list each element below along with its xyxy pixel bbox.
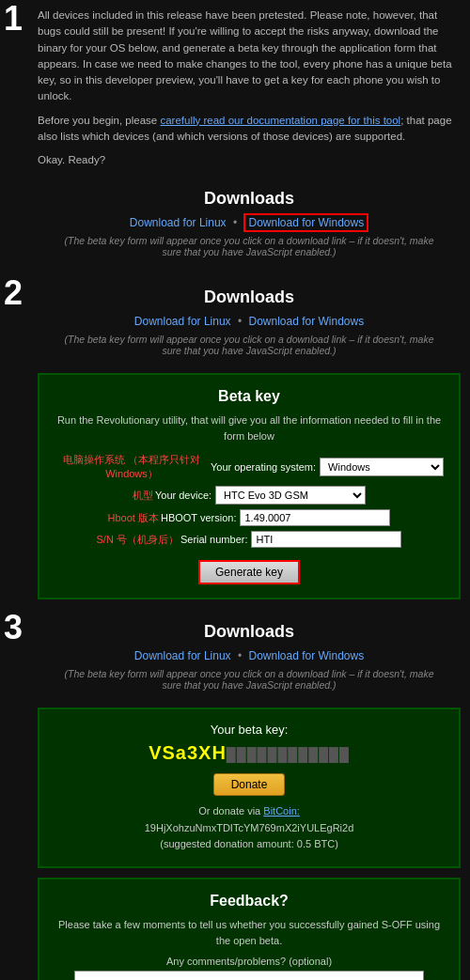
donate-area: Donate bbox=[55, 773, 444, 803]
section1-body: All devices included in this release hav… bbox=[28, 0, 470, 274]
downloads-links-3: Download for Linux • Download for Window… bbox=[56, 649, 442, 662]
beta-key-desc: Run the Revolutionary utility, that will… bbox=[55, 412, 444, 443]
os-select[interactable]: Windows bbox=[320, 458, 444, 476]
bitcoin-link[interactable]: BitCoin: bbox=[263, 805, 300, 817]
device-select[interactable]: HTC Evo 3D GSM bbox=[215, 486, 366, 505]
hboot-row: Hboot 版本 HBOOT version: bbox=[55, 509, 444, 526]
serial-label-cn: S/N 号（机身后） bbox=[97, 533, 179, 547]
download-windows-link-3[interactable]: Download for Windows bbox=[248, 649, 364, 662]
download-linux-link-1[interactable]: Download for Linux bbox=[130, 216, 227, 229]
key-start: VSa3XH bbox=[149, 742, 227, 763]
separator-1: • bbox=[233, 216, 237, 229]
hboot-label: HBOOT version: bbox=[161, 512, 237, 523]
downloads-title-2: Downloads bbox=[56, 288, 442, 307]
feedback-textarea[interactable] bbox=[74, 971, 425, 980]
download-linux-link-2[interactable]: Download for Linux bbox=[134, 315, 231, 328]
section1-number: 1 bbox=[0, 0, 28, 36]
section2-body: Downloads Download for Linux • Download … bbox=[28, 274, 470, 609]
hboot-label-cn: Hboot 版本 bbox=[108, 511, 159, 525]
feedback-title: Feedback? bbox=[55, 893, 444, 910]
downloads-title-1: Downloads bbox=[56, 189, 442, 209]
generate-key-button[interactable]: Generate key bbox=[198, 560, 300, 584]
os-label-cn: 电脑操作系统 （本程序只针对Windows） bbox=[55, 453, 209, 481]
beta-key-value: VSa3XH████████████ bbox=[55, 742, 444, 764]
key-redacted: ████████████ bbox=[227, 747, 350, 762]
intro-paragraph1: All devices included in this release hav… bbox=[38, 8, 461, 105]
separator-3: • bbox=[238, 649, 242, 662]
bitcoin-suggest: (suggested donation amount: 0.5 BTC) bbox=[160, 838, 338, 849]
separator-2: • bbox=[238, 315, 242, 328]
bitcoin-address: 19HjXohzuNmxTDITcYM769mX2iYULEgRi2d bbox=[145, 822, 354, 833]
intro-paragraph2: Before you begin, please carefully read … bbox=[38, 113, 461, 146]
download-linux-link-3[interactable]: Download for Linux bbox=[134, 649, 231, 662]
downloads-box-2: Downloads Download for Linux • Download … bbox=[47, 274, 451, 364]
downloads-note-1: (The beta key form will appear once you … bbox=[56, 235, 442, 257]
serial-row: S/N 号（机身后） Serial number: bbox=[55, 531, 444, 548]
section2-content: Downloads Download for Linux • Download … bbox=[28, 274, 470, 609]
section3-number: 3 bbox=[0, 609, 28, 645]
section2-block: 2 Downloads Download for Linux • Downloa… bbox=[0, 274, 470, 609]
downloads-note-2: (The beta key form will appear once you … bbox=[56, 334, 442, 356]
serial-label: Serial number: bbox=[180, 534, 248, 545]
section2-number: 2 bbox=[0, 274, 28, 310]
section1-block: 1 All devices included in this release h… bbox=[0, 0, 470, 274]
os-row: 电脑操作系统 （本程序只针对Windows） Your operating sy… bbox=[55, 453, 444, 481]
beta-key-result-label: Your beta key: bbox=[55, 723, 444, 737]
section3-body: Downloads Download for Linux • Download … bbox=[28, 609, 470, 980]
docs-link[interactable]: carefully read our documentation page fo… bbox=[160, 115, 400, 126]
beta-key-box: Beta key Run the Revolutionary utility, … bbox=[38, 373, 461, 599]
intro-p2-prefix: Before you begin, please bbox=[38, 115, 160, 126]
intro-paragraph3: Okay. Ready? bbox=[38, 152, 461, 168]
beta-result-box: Your beta key: VSa3XH████████████ Donate… bbox=[38, 708, 461, 868]
downloads-box-1: Downloads Download for Linux • Download … bbox=[47, 176, 451, 265]
hboot-input[interactable] bbox=[240, 509, 390, 526]
serial-input[interactable] bbox=[251, 531, 401, 548]
device-label-cn: 机型 bbox=[133, 489, 153, 503]
downloads-links-2: Download for Linux • Download for Window… bbox=[56, 315, 442, 328]
bitcoin-text: Or donate via BitCoin: 19HjXohzuNmxTDITc… bbox=[55, 803, 444, 853]
feedback-box: Feedback? Please take a few moments to t… bbox=[38, 878, 461, 980]
download-windows-link-2[interactable]: Download for Windows bbox=[248, 315, 364, 328]
donate-button[interactable]: Donate bbox=[213, 773, 286, 796]
feedback-desc: Please take a few moments to tell us whe… bbox=[55, 917, 444, 948]
downloads-box-3: Downloads Download for Linux • Download … bbox=[47, 609, 451, 698]
feedback-comment-label: Any comments/problems? (optional) bbox=[55, 956, 444, 967]
download-windows-link-1[interactable]: Download for Windows bbox=[243, 213, 368, 232]
section1-content: All devices included in this release hav… bbox=[28, 0, 470, 274]
device-label: Your device: bbox=[155, 490, 212, 501]
device-row: 机型 Your device: HTC Evo 3D GSM bbox=[55, 486, 444, 505]
beta-key-title: Beta key bbox=[55, 388, 444, 405]
downloads-title-3: Downloads bbox=[56, 622, 442, 642]
section3-block: 3 Downloads Download for Linux • Downloa… bbox=[0, 609, 470, 980]
downloads-links-1: Download for Linux • Download for Window… bbox=[56, 216, 442, 229]
os-label: Your operating system: bbox=[211, 461, 316, 473]
downloads-note-3: (The beta key form will appear once you … bbox=[56, 668, 442, 691]
section3-content: Downloads Download for Linux • Download … bbox=[28, 609, 470, 980]
or-donate-label: Or donate via bbox=[198, 805, 260, 817]
